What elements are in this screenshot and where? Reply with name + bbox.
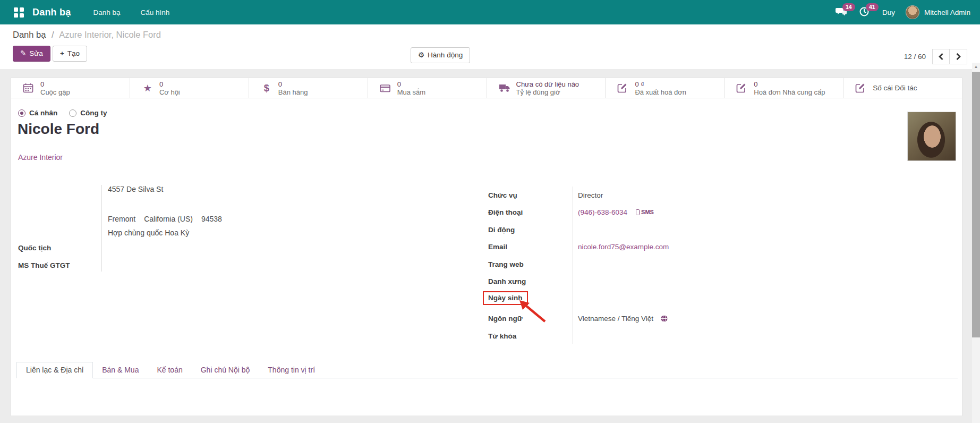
chevron-right-icon	[956, 53, 961, 60]
messages-icon[interactable]: 14	[836, 6, 848, 18]
invoice-icon	[855, 83, 867, 93]
pager-count: 12 / 60	[904, 53, 926, 61]
pager: 12 / 60	[904, 49, 967, 64]
action-button[interactable]: ⚙Hành động	[411, 47, 470, 63]
field-row-tags: Từ khóa	[488, 329, 945, 342]
globe-icon[interactable]	[661, 315, 668, 322]
activities-icon[interactable]: 41	[859, 6, 872, 18]
radio-company[interactable]: Công ty	[69, 109, 107, 117]
address-city-line[interactable]: FremontCalifornia (US)94538	[108, 215, 231, 223]
field-row-birthdate: Ngày sinh	[488, 292, 945, 304]
parent-company-link[interactable]: Azure Interior	[18, 153, 63, 162]
plus-icon: +	[60, 49, 64, 57]
address-separator	[101, 185, 102, 272]
notebook-tabs: Liên lạc & Địa chỉ Bán & Mua Kế toán Ghi…	[16, 362, 958, 378]
stat-button-box: 0 Cuộc gặp ★ 0 Cơ hội $ 0 Bán hàng 0	[11, 78, 962, 98]
field-value-job-position[interactable]: Director	[578, 191, 603, 199]
address-street[interactable]: 4557 De Silva St	[108, 185, 163, 193]
messages-badge: 14	[842, 3, 855, 11]
address-city: Fremont	[108, 215, 135, 223]
field-row-phone: Điện thoại (946)-638-6034 SMS	[488, 206, 945, 218]
form-sheet: 0 Cuộc gặp ★ 0 Cơ hội $ 0 Bán hàng 0	[11, 78, 962, 416]
sms-button[interactable]: SMS	[636, 209, 654, 215]
field-label-phone: Điện thoại	[488, 208, 578, 216]
stat-button-sales[interactable]: $ 0 Bán hàng	[249, 78, 368, 98]
apps-menu-icon[interactable]	[14, 7, 24, 18]
field-row-mobile: Di động	[488, 223, 945, 236]
navbar-menus: Danh bạ Cấu hình	[93, 9, 169, 16]
address-state: California (US)	[144, 215, 193, 223]
field-value-language[interactable]: Vietnamese / Tiếng Việt	[578, 315, 653, 323]
stat-button-on-time-rate[interactable]: Chưa có dữ liệu nào Tỷ lệ đúng giờ	[487, 78, 606, 98]
stat-button-partner-ledger[interactable]: Số cái Đối tác	[843, 78, 962, 98]
field-row-language: Ngôn ngữ Vietnamese / Tiếng Việt	[488, 312, 945, 325]
stat-button-opportunities[interactable]: ★ 0 Cơ hội	[130, 78, 249, 98]
company-switcher[interactable]: Duy	[882, 9, 895, 16]
pager-next-button[interactable]	[950, 49, 967, 64]
pager-previous-button[interactable]	[932, 49, 950, 64]
gear-icon: ⚙	[418, 51, 424, 59]
dollar-icon: $	[261, 83, 272, 94]
field-label-title: Danh xưng	[488, 277, 578, 285]
stat-button-invoiced[interactable]: 0 ₫ Đã xuất hoá đơn	[606, 78, 725, 98]
top-navbar: Danh bạ Danh bạ Cấu hình 14 41 Duy Mitch…	[0, 0, 980, 24]
calendar-icon	[23, 83, 35, 93]
activities-badge: 41	[866, 3, 879, 11]
scrollbar-thumb[interactable]	[972, 72, 980, 337]
company-type-selector: Cá nhân Công ty	[18, 109, 107, 117]
record-name: Nicole Ford	[18, 121, 99, 138]
contact-photo[interactable]	[907, 112, 956, 161]
tab-sales-purchase[interactable]: Bán & Mua	[93, 362, 148, 378]
tab-contacts-addresses[interactable]: Liên lạc & Địa chỉ	[16, 362, 93, 378]
sms-label: SMS	[641, 209, 654, 215]
breadcrumb-parent[interactable]: Danh bạ	[13, 30, 46, 39]
field-label-tags: Từ khóa	[488, 332, 578, 340]
tab-internal-notes[interactable]: Ghi chú Nội bộ	[192, 362, 259, 378]
credit-card-icon	[380, 84, 391, 92]
field-label-website: Trang web	[488, 260, 578, 268]
breadcrumb-current: Azure Interior, Nicole Ford	[59, 30, 161, 39]
stat-button-vendor-bills[interactable]: 0 Hoá đơn Nhà cung cấp	[725, 78, 843, 98]
mobile-icon	[636, 209, 640, 215]
address-zip: 94538	[201, 215, 222, 223]
scroll-up-icon[interactable]: ▲	[972, 63, 980, 71]
create-button[interactable]: +Tạo	[53, 46, 87, 62]
edit-button[interactable]: ✎Sửa	[13, 46, 50, 62]
invoice-icon	[736, 83, 748, 93]
address-country[interactable]: Hợp chủng quốc Hoa Kỳ	[108, 229, 189, 237]
user-name: Mitchell Admin	[924, 9, 970, 16]
radio-individual[interactable]: Cá nhân	[18, 109, 57, 117]
vertical-scrollbar[interactable]: ▲	[972, 63, 980, 423]
pencil-icon: ✎	[20, 49, 26, 57]
truck-icon	[499, 83, 510, 92]
app-title[interactable]: Danh bạ	[32, 7, 71, 18]
form-content: Cá nhân Công ty Nicole Ford Azure Interi…	[11, 98, 962, 416]
field-label-job: Chức vụ	[488, 191, 578, 199]
field-label-email: Email	[488, 243, 578, 251]
control-panel: Danh bạ / Azure Interior, Nicole Ford ✎S…	[0, 24, 980, 69]
user-menu[interactable]: Mitchell Admin	[906, 5, 970, 19]
chevron-left-icon	[939, 53, 943, 60]
field-label-citizenship: Quốc tịch	[18, 244, 51, 252]
tab-location-info[interactable]: Thông tin vị trí	[259, 362, 324, 378]
field-label-mobile: Di động	[488, 226, 578, 234]
field-row-website: Trang web	[488, 258, 945, 270]
breadcrumb: Danh bạ / Azure Interior, Nicole Ford	[13, 30, 967, 40]
field-row-title: Danh xưng	[488, 275, 945, 287]
stat-button-meetings[interactable]: 0 Cuộc gặp	[11, 78, 130, 98]
annotation-arrow-icon	[517, 299, 550, 325]
field-row-email: Email nicole.ford75@example.com	[488, 240, 945, 253]
tab-accounting[interactable]: Kế toán	[148, 362, 191, 378]
phone-link[interactable]: (946)-638-6034	[578, 208, 627, 216]
menu-danh-ba[interactable]: Danh bạ	[93, 9, 120, 16]
field-label-vat: MS Thuế GTGT	[18, 261, 70, 269]
invoice-icon	[617, 83, 629, 93]
star-icon: ★	[142, 83, 154, 94]
radio-dot	[18, 109, 25, 117]
stat-button-purchases[interactable]: 0 Mua sắm	[368, 78, 487, 98]
menu-cau-hinh[interactable]: Cấu hình	[140, 9, 169, 16]
email-link[interactable]: nicole.ford75@example.com	[578, 243, 669, 251]
radio-dot	[69, 109, 76, 117]
field-row-job: Chức vụ Director	[488, 189, 945, 201]
breadcrumb-separator: /	[52, 30, 54, 39]
